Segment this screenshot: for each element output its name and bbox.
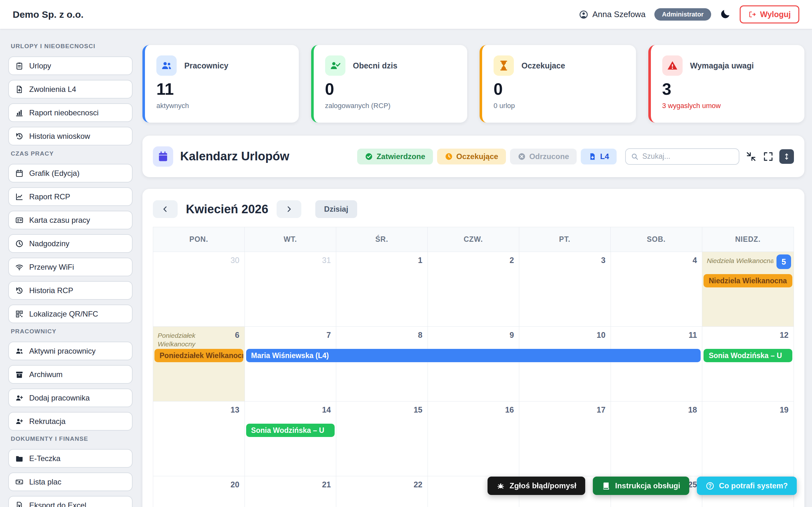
dark-mode-toggle[interactable] — [720, 9, 731, 20]
day-header: CZW. — [427, 227, 519, 251]
day-number: 21 — [322, 480, 331, 489]
sidebar-item-lokalizacje-qr-nfc[interactable]: Lokalizacje QR/NFC — [8, 304, 133, 323]
sidebar-item-label: Historia wnioskow — [29, 132, 90, 141]
sidebar-item-eksport-do-excel[interactable]: Eksport do Excel — [8, 496, 133, 507]
sidebar-item-przerwy-wifi[interactable]: Przerwy WiFi — [8, 258, 133, 276]
system-help-button[interactable]: Co potrafi system? — [697, 476, 797, 495]
day-number: 7 — [326, 331, 331, 340]
folder-icon — [15, 454, 23, 463]
sidebar-item-e-teczka[interactable]: E-Teczka — [8, 449, 133, 468]
sidebar-item-historia-wnioskow[interactable]: Historia wnioskow — [8, 127, 133, 146]
search-input[interactable] — [642, 152, 734, 161]
day-cell-9[interactable]: 9 — [428, 327, 519, 401]
filter-oczekujace[interactable]: Oczekujące — [437, 149, 506, 164]
stat-subtitle: zalogowanych (RCP) — [325, 102, 456, 110]
day-cell-4[interactable]: 4 — [611, 252, 703, 326]
sidebar-item-label: Dodaj pracownika — [29, 394, 90, 402]
day-cell-10[interactable]: 10 — [519, 327, 611, 401]
day-cell-13[interactable]: 13 — [153, 401, 245, 476]
calendar-event-vacation[interactable]: Sonia Wodzińska – U — [246, 424, 335, 437]
calendar-icon — [153, 147, 173, 167]
sidebar-item-urlopy[interactable]: Urlopy — [8, 56, 133, 75]
day-cell-11[interactable]: 11 — [611, 327, 703, 401]
day-cell-30[interactable]: 30 — [153, 252, 245, 326]
day-cell-7[interactable]: 7 — [245, 327, 337, 401]
day-cell-14[interactable]: 14 — [245, 401, 337, 476]
day-cell-1[interactable]: 1 — [336, 252, 428, 326]
role-badge: Administrator — [654, 8, 711, 20]
manual-button[interactable]: Instrukcja obsługi — [593, 476, 689, 495]
day-cell-20[interactable]: 20 — [153, 476, 245, 507]
day-cell-19[interactable]: 19 — [702, 401, 794, 476]
sidebar-item-zwolnienia-l4[interactable]: Zwolnienia L4 — [8, 80, 133, 99]
sidebar-item-label: Eksport do Excel — [29, 501, 86, 507]
money-icon — [15, 478, 23, 486]
day-cell-12[interactable]: 12 — [702, 327, 794, 401]
compress-icon[interactable] — [746, 151, 757, 162]
sidebar-item-grafik-edycja[interactable]: Grafik (Edycja) — [8, 164, 133, 182]
day-cell-16[interactable]: 16 — [428, 401, 519, 476]
sidebar-item-rekrutacja[interactable]: Rekrutacja — [8, 412, 133, 431]
filter-zatwierdzone[interactable]: Zatwierdzone — [357, 149, 433, 164]
sidebar-item-dodaj-pracownika[interactable]: Dodaj pracownika — [8, 389, 133, 407]
day-cell-5[interactable]: Niedziela Wielkanocna5 — [702, 252, 794, 326]
day-cell-18[interactable]: 18 — [611, 401, 703, 476]
day-number: 1 — [418, 256, 422, 265]
day-cell-21[interactable]: 21 — [245, 476, 337, 507]
next-month-button[interactable] — [276, 200, 301, 218]
day-header: NIEDZ. — [702, 227, 794, 251]
sidebar-section-title: PRACOWNICY — [11, 328, 135, 335]
stat-card-wymagaja-uwagi: Wymagaja uwagi 3 3 wygaslych umow — [648, 45, 805, 123]
calendar-event-vacation[interactable]: Sonia Wodzińska – U — [704, 349, 792, 362]
day-number: 10 — [597, 331, 606, 340]
today-button[interactable]: Dzisiaj — [315, 200, 357, 218]
scroll-toggle-button[interactable] — [779, 149, 794, 164]
sidebar-item-raport-rcp[interactable]: Raport RCP — [8, 187, 133, 206]
day-cell-17[interactable]: 17 — [519, 401, 611, 476]
sidebar-item-label: Archiwum — [29, 370, 62, 379]
calendar-week: Poniedziałek Wielkanocny6789101112Ponied… — [153, 326, 794, 401]
sidebar-item-raport-nieobecnosci[interactable]: Raport nieobecnosci — [8, 103, 133, 122]
day-cell-2[interactable]: 2 — [428, 252, 519, 326]
user-check-icon — [325, 55, 345, 76]
day-headers: PON. WT. ŚR. CZW. PT. SOB. NIEDZ. — [153, 227, 794, 251]
sidebar-item-historia-rcp[interactable]: Historia RCP — [8, 281, 133, 300]
sidebar-item-nadgodziny[interactable]: Nadgodziny — [8, 234, 133, 253]
day-cell-31[interactable]: 31 — [245, 252, 337, 326]
sidebar-item-label: Zwolnienia L4 — [29, 85, 76, 94]
day-cell-15[interactable]: 15 — [336, 401, 428, 476]
sidebar-item-archiwum[interactable]: Archiwum — [8, 365, 133, 384]
user-plus-icon — [15, 394, 23, 402]
fullscreen-icon[interactable] — [763, 151, 774, 162]
logout-label: Wyloguj — [760, 10, 791, 19]
day-header: PON. — [153, 227, 245, 251]
day-cell-8[interactable]: 8 — [336, 327, 428, 401]
sidebar-item-label: Karta czasu pracy — [29, 216, 90, 225]
day-cell-6[interactable]: Poniedziałek Wielkanocny6 — [153, 327, 245, 401]
archive-icon — [15, 371, 23, 379]
calendar-event-holiday[interactable]: Niedziela Wielkanocna — [704, 274, 792, 287]
filter-odrzucone[interactable]: Odrzucone — [510, 149, 577, 164]
x-circle-icon — [518, 153, 526, 161]
logout-button[interactable]: Wyloguj — [740, 5, 799, 23]
calendar-card: Kwiecień 2026 Dzisiaj PON. WT. ŚR. CZW. … — [142, 189, 804, 507]
calendar-icon — [15, 169, 23, 177]
day-cell-3[interactable]: 3 — [519, 252, 611, 326]
prev-month-button[interactable] — [153, 200, 177, 218]
sidebar-item-label: Nadgodziny — [29, 239, 69, 248]
file-excel-icon — [15, 501, 23, 507]
day-cell-22[interactable]: 22 — [336, 476, 428, 507]
clock-icon — [15, 239, 23, 248]
chevron-right-icon — [285, 205, 293, 213]
sidebar-item-label: Przerwy WiFi — [29, 263, 74, 272]
calendar-event-l4[interactable]: Maria Wiśniewska (L4) — [246, 349, 701, 362]
filter-l4[interactable]: L4 — [581, 149, 617, 164]
sidebar-item-aktywni-pracownicy[interactable]: Aktywni pracownicy — [8, 342, 133, 360]
sidebar-item-karta-czasu-pracy[interactable]: Karta czasu pracy — [8, 211, 133, 229]
day-number: 8 — [418, 331, 422, 340]
calendar-event-holiday[interactable]: Poniedziałek Wielkanocny — [154, 349, 243, 362]
user-menu[interactable]: Anna Szefowa — [579, 9, 646, 19]
sidebar-item-lista-plac[interactable]: Lista plac — [8, 472, 133, 491]
report-bug-button[interactable]: Zgłoś błąd/pomysł — [488, 476, 586, 495]
calendar-header-card: Kalendarz Urlopów Zatwierdzone Oczekując… — [142, 135, 804, 177]
